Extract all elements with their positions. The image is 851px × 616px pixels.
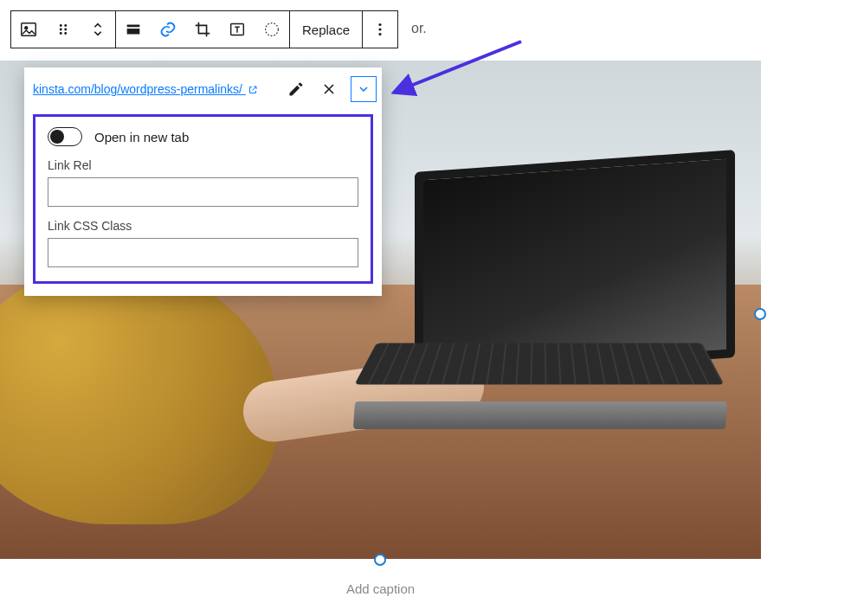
svg-point-2: [60, 24, 62, 27]
svg-point-6: [60, 32, 62, 35]
remove-link-button[interactable]: [314, 74, 344, 104]
svg-point-1: [25, 27, 28, 29]
crop-icon[interactable]: [185, 11, 220, 48]
svg-point-7: [64, 32, 67, 35]
svg-point-4: [60, 29, 62, 31]
svg-point-12: [378, 23, 381, 26]
svg-rect-0: [22, 23, 36, 36]
close-icon: [320, 80, 338, 98]
duotone-icon[interactable]: [255, 11, 289, 48]
move-updown-icon[interactable]: [81, 11, 115, 48]
svg-rect-9: [127, 29, 140, 34]
open-new-tab-toggle[interactable]: [48, 127, 82, 146]
chevron-down-icon: [357, 82, 371, 96]
block-toolbar: Replace: [10, 10, 398, 48]
more-options-icon[interactable]: [363, 11, 397, 48]
svg-point-5: [64, 29, 67, 31]
replace-button[interactable]: Replace: [290, 11, 362, 48]
drag-handle-icon[interactable]: [46, 11, 81, 48]
link-rel-label: Link Rel: [48, 158, 358, 172]
external-link-icon: [248, 85, 258, 95]
link-url[interactable]: kinsta.com/blog/wordpress-permalinks/: [33, 82, 278, 96]
svg-point-13: [378, 28, 381, 30]
link-rel-input[interactable]: [48, 177, 358, 207]
svg-point-3: [64, 24, 67, 27]
edit-link-button[interactable]: [281, 74, 311, 104]
resize-handle-bottom[interactable]: [374, 554, 386, 566]
svg-point-11: [266, 23, 279, 36]
replace-label: Replace: [302, 22, 350, 37]
link-icon[interactable]: [151, 11, 185, 48]
svg-point-14: [378, 33, 381, 35]
link-css-class-input[interactable]: [48, 238, 358, 267]
link-advanced-settings: Open in new tab Link Rel Link CSS Class: [33, 114, 373, 284]
text-overlay-icon[interactable]: [220, 11, 255, 48]
image-caption-input[interactable]: Add caption: [0, 581, 761, 596]
open-new-tab-label: Open in new tab: [94, 130, 189, 144]
svg-rect-8: [127, 25, 140, 28]
link-css-class-label: Link CSS Class: [48, 219, 358, 233]
link-url-text: kinsta.com/blog/wordpress-permalinks/: [33, 82, 242, 96]
link-settings-toggle[interactable]: [351, 76, 377, 102]
block-type-image-icon[interactable]: [11, 11, 46, 48]
align-icon[interactable]: [116, 11, 151, 48]
link-settings-popover: kinsta.com/blog/wordpress-permalinks/ Op…: [24, 67, 382, 296]
pencil-icon: [287, 80, 305, 98]
resize-handle-right[interactable]: [754, 308, 766, 320]
paragraph-fragment: or.: [411, 21, 427, 36]
